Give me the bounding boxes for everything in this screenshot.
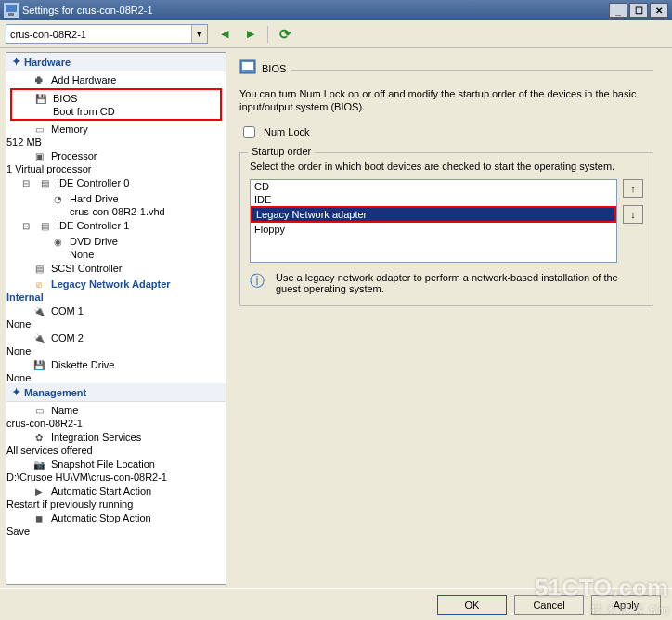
maximize-button[interactable]: ☐ xyxy=(629,3,648,18)
cancel-button[interactable]: Cancel xyxy=(514,595,584,615)
list-item[interactable]: IDE xyxy=(251,193,616,206)
list-item[interactable]: Legacy Network adapter xyxy=(251,206,616,223)
hardware-icon: ✦ xyxy=(12,56,20,68)
list-item[interactable]: CD xyxy=(251,180,616,193)
svg-rect-2 xyxy=(8,13,14,16)
collapse-icon[interactable]: ⊟ xyxy=(19,176,32,189)
info-icon: ⓘ xyxy=(250,272,268,291)
autostop-icon: ◼ xyxy=(32,511,45,524)
toolbar: crus-con-08R2-1 ▾ ◀ ▶ ⟳ xyxy=(0,20,672,48)
tree-hard-drive[interactable]: ◔ Hard Drive xyxy=(6,190,226,206)
boot-order-list[interactable]: CD IDE Legacy Network adapter Floppy xyxy=(250,179,617,263)
network-adapter-icon: ⎚ xyxy=(32,278,45,291)
close-button[interactable]: ✕ xyxy=(650,3,668,18)
refresh-button[interactable]: ⟳ xyxy=(276,25,294,44)
app-icon xyxy=(4,3,19,18)
tree-snapshot[interactable]: 📷 Snapshot File Location xyxy=(6,456,226,471)
tree-scsi[interactable]: ▤ SCSI Controller xyxy=(6,260,226,276)
apply-button[interactable]: Apply xyxy=(591,595,661,615)
tree-com2[interactable]: 🔌 COM 2 xyxy=(6,329,226,345)
svg-rect-1 xyxy=(6,5,17,12)
bios-icon: 💾 xyxy=(34,92,47,105)
tree-processor[interactable]: ▣ Processor xyxy=(6,148,226,163)
add-hardware-icon: 🞦 xyxy=(32,73,45,86)
tree-com1[interactable]: 🔌 COM 1 xyxy=(6,303,226,318)
forward-button[interactable]: ▶ xyxy=(241,25,260,44)
tree-memory[interactable]: ▭ Memory xyxy=(6,121,226,136)
scsi-icon: ▤ xyxy=(32,262,45,275)
tree-ide0[interactable]: ⊟ ▤ IDE Controller 0 xyxy=(6,174,226,190)
panel-title: BIOS xyxy=(262,63,286,74)
section-management: ✦ Management xyxy=(6,383,226,402)
bios-panel-icon xyxy=(239,59,256,78)
collapse-icon[interactable]: ⊟ xyxy=(19,219,32,232)
tree-name[interactable]: ▭ Name xyxy=(6,402,226,418)
controller-icon: ▤ xyxy=(38,176,51,189)
snapshot-icon: 📷 xyxy=(32,458,45,471)
titlebar: Settings for crus-con-08R2-1 _ ☐ ✕ xyxy=(0,0,672,20)
numlock-checkbox[interactable] xyxy=(243,126,255,138)
management-icon: ✦ xyxy=(12,386,20,398)
vm-selector[interactable]: crus-con-08R2-1 ▾ xyxy=(6,24,208,44)
settings-tree: ✦ Hardware 🞦 Add Hardware 💾 BIOS Boot fr… xyxy=(6,52,226,585)
chevron-down-icon: ▾ xyxy=(191,25,207,43)
com-port-icon: 🔌 xyxy=(32,331,45,344)
name-icon: ▭ xyxy=(32,404,45,417)
move-down-button[interactable]: ↓ xyxy=(623,205,643,224)
tree-bios[interactable]: 💾 BIOS xyxy=(12,90,220,106)
startup-order-group: Startup order Select the order in which … xyxy=(239,152,653,306)
ok-button[interactable]: OK xyxy=(437,595,507,615)
autostart-icon: ▶ xyxy=(32,484,45,497)
tree-dvd[interactable]: ◉ DVD Drive xyxy=(6,233,226,249)
section-hardware: ✦ Hardware xyxy=(6,53,226,71)
controller-icon: ▤ xyxy=(38,219,51,232)
memory-icon: ▭ xyxy=(32,123,45,136)
tree-bios-sub: Boot from CD xyxy=(12,106,220,117)
dvd-icon: ◉ xyxy=(51,235,64,248)
window-title: Settings for crus-con-08R2-1 xyxy=(22,5,153,16)
list-item[interactable]: Floppy xyxy=(251,223,616,236)
tree-integration[interactable]: ✿ Integration Services xyxy=(6,429,226,445)
tree-autostart[interactable]: ▶ Automatic Start Action xyxy=(6,483,226,498)
panel-description: You can turn Num Lock on or off and modi… xyxy=(239,87,653,114)
processor-icon: ▣ xyxy=(32,149,45,162)
dialog-buttons: OK Cancel Apply xyxy=(0,588,672,620)
move-up-button[interactable]: ↑ xyxy=(623,179,643,198)
tree-autostop[interactable]: ◼ Automatic Stop Action xyxy=(6,510,226,525)
tree-legacy-net[interactable]: ⎚ Legacy Network Adapter xyxy=(6,276,226,291)
tree-diskette[interactable]: 💾 Diskette Drive xyxy=(6,356,226,372)
tree-ide1[interactable]: ⊟ ▤ IDE Controller 1 xyxy=(6,217,226,233)
com-port-icon: 🔌 xyxy=(32,304,45,317)
svg-rect-4 xyxy=(242,62,253,70)
tree-add-hardware[interactable]: 🞦 Add Hardware xyxy=(6,71,226,87)
integration-icon: ✿ xyxy=(32,431,45,444)
detail-panel: BIOS You can turn Num Lock on or off and… xyxy=(226,48,672,588)
back-button[interactable]: ◀ xyxy=(215,25,234,44)
minimize-button[interactable]: _ xyxy=(609,3,627,18)
diskette-icon: 💾 xyxy=(32,358,45,371)
hard-drive-icon: ◔ xyxy=(51,192,64,205)
info-text: Use a legacy network adapter to perform … xyxy=(276,272,643,294)
startup-order-desc: Select the order in which boot devices a… xyxy=(250,161,643,172)
